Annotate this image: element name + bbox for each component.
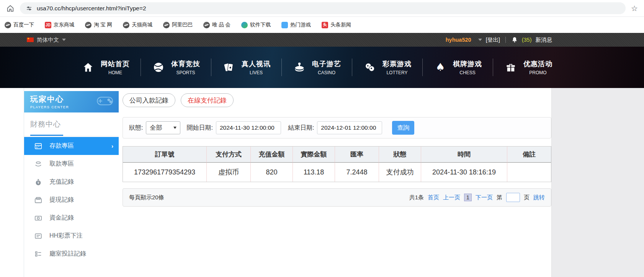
start-date-label: 開始日期: xyxy=(186,124,212,132)
jd-icon: JD xyxy=(45,22,51,28)
language-selector[interactable]: 简体中文 xyxy=(37,36,59,44)
records-table: 訂單號 支付方式 充值金額 實際金額 匯率 狀態 時間 備註 173296177… xyxy=(123,146,551,182)
bookmark-alibaba[interactable]: 阿里巴巴 xyxy=(163,21,193,28)
table-header-row: 訂單號 支付方式 充值金額 實際金額 匯率 狀態 時間 備註 xyxy=(123,147,551,163)
tab-company-deposit-record[interactable]: 公司入款記錄 xyxy=(123,93,175,107)
gamepad-icon xyxy=(95,94,115,108)
svg-text:¥: ¥ xyxy=(37,181,39,185)
spade-icon: ♠ xyxy=(433,60,447,74)
left-gutter xyxy=(0,88,24,277)
section-underline xyxy=(30,135,63,136)
site-info-icon[interactable] xyxy=(26,5,32,11)
nav-home[interactable]: 网站首页 HOME xyxy=(70,59,141,75)
sidebar-item-hh-lottery-bets[interactable]: HH彩票下注 xyxy=(24,227,119,245)
actual-amount: 113.18 xyxy=(293,163,335,182)
lottery-balls-icon xyxy=(363,60,377,74)
china-flag-icon xyxy=(27,37,34,42)
list-squares-icon xyxy=(34,250,42,258)
wallet-icon xyxy=(34,196,42,204)
table-row: 1732961779354293 虚拟币 820 113.18 7.2448 支… xyxy=(123,163,551,182)
globe-icon xyxy=(85,22,92,28)
time: 2024-11-30 18:16:19 xyxy=(421,163,507,182)
nav-sports[interactable]: 体育竞技 SPORTS xyxy=(141,59,211,75)
globe-icon xyxy=(123,22,129,28)
money-bag-icon: ¥ xyxy=(34,178,42,186)
caret-down-icon[interactable] xyxy=(478,39,482,41)
tab-online-payment-record[interactable]: 在線支付記錄 xyxy=(181,93,234,107)
next-page-link[interactable]: 下一页 xyxy=(476,194,493,201)
messages-link[interactable]: 新消息 xyxy=(536,36,552,44)
bookmark-software[interactable]: 软件下载 xyxy=(241,21,271,28)
bookmark-baidu[interactable]: 百度一下 xyxy=(5,21,34,28)
bell-icon[interactable] xyxy=(511,36,518,43)
exchange-rate: 7.2448 xyxy=(335,163,379,182)
home-icon[interactable] xyxy=(6,4,15,13)
order-number: 1732961779354293 xyxy=(123,163,207,182)
withdraw-icon xyxy=(34,160,42,168)
bookmarks-bar: 百度一下 JD 京东商城 淘 宝 网 天猫商城 阿里巴巴 唯 品 会 软件下载 … xyxy=(0,17,644,33)
browser-chrome: usa70.cc/hhcp/usercenter.html?iniType=2 … xyxy=(0,0,644,17)
bookmark-vip[interactable]: 唯 品 会 xyxy=(203,21,230,28)
sidebar-item-withdraw[interactable]: 取款專區 xyxy=(24,155,119,173)
page-size-label: 每頁顯示20條 xyxy=(129,194,164,201)
end-date-input[interactable] xyxy=(317,121,382,134)
page-suffix: 页 xyxy=(524,194,530,201)
bookmark-jd[interactable]: JD 京东商城 xyxy=(45,21,74,28)
toutiao-icon: 头 xyxy=(322,22,328,28)
content-area: 玩家中心 PLAYERS CENTER 財務中心 存款專區 xyxy=(0,88,644,277)
search-button[interactable]: 查詢 xyxy=(392,121,414,135)
main-panel: 公司入款記錄 在線支付記錄 狀態: 全部 開始日期: 結束日期: 查詢 訂單號 … xyxy=(119,88,551,277)
nav-promo[interactable]: 优惠活动 PROMO xyxy=(493,59,563,75)
nav-lottery[interactable]: 彩票游戏 LOTTERY xyxy=(352,59,422,75)
bookmark-star-icon[interactable]: ☆ xyxy=(631,4,638,13)
filter-bar: 狀態: 全部 開始日期: 結束日期: 查詢 xyxy=(123,117,551,138)
message-count: (35) xyxy=(522,37,532,43)
status-label: 狀態: xyxy=(129,124,143,132)
jump-link[interactable]: 跳转 xyxy=(533,194,545,201)
status: 支付成功 xyxy=(379,163,421,182)
current-page[interactable]: 1 xyxy=(464,194,472,201)
globe-icon xyxy=(163,22,170,28)
sidebar-item-funds-record[interactable]: 資金記錄 xyxy=(24,209,119,227)
players-center-header: 玩家中心 PLAYERS CENTER xyxy=(24,91,119,112)
globe-icon xyxy=(203,22,210,28)
gift-icon xyxy=(504,60,518,74)
total-count: 共1条 xyxy=(409,194,424,201)
nav-chess[interactable]: ♠ 棋牌游戏 CHESS xyxy=(423,59,493,75)
sidebar: 玩家中心 PLAYERS CENTER 財務中心 存款專區 xyxy=(24,88,119,277)
section-title: 財務中心 xyxy=(30,119,113,129)
username[interactable]: hyhua520 xyxy=(446,37,471,43)
home-icon xyxy=(81,60,95,74)
record-tabs: 公司入款記錄 在線支付記錄 xyxy=(123,93,551,107)
caret-down-icon[interactable] xyxy=(62,39,66,41)
first-page-link[interactable]: 首页 xyxy=(428,194,439,201)
status-select[interactable]: 全部 xyxy=(146,121,180,134)
nav-casino[interactable]: 电子游艺 CASINO xyxy=(282,59,352,75)
pagination-bar: 每頁顯示20條 共1条 首页 上一页 1 下一页 第 页 跳转 xyxy=(123,188,551,207)
chevron-down-icon xyxy=(173,127,177,129)
deposit-icon xyxy=(34,142,42,150)
logout-link[interactable]: [登出] xyxy=(486,36,500,44)
sidebar-item-recharge-record[interactable]: ¥ 充值記錄 xyxy=(24,173,119,191)
divider xyxy=(505,37,506,43)
address-bar[interactable]: usa70.cc/hhcp/usercenter.html?iniType=2 xyxy=(20,2,626,14)
page-jump-input[interactable] xyxy=(506,193,520,202)
url-text: usa70.cc/hhcp/usercenter.html?iniType=2 xyxy=(37,5,146,12)
sidebar-item-deposit[interactable]: 存款專區 › xyxy=(24,137,119,155)
bookmark-tmall[interactable]: 天猫商城 xyxy=(123,21,152,28)
nav-lives[interactable]: 真人视讯 LIVES xyxy=(211,59,281,75)
remark xyxy=(507,163,551,182)
bookmark-toutiao[interactable]: 头 头条新闻 xyxy=(322,21,351,28)
recharge-amount: 820 xyxy=(251,163,293,182)
start-date-input[interactable] xyxy=(216,121,281,134)
bookmark-games[interactable]: 热门游戏 xyxy=(281,21,311,28)
download-icon xyxy=(241,22,248,28)
prev-page-link[interactable]: 上一页 xyxy=(443,194,460,201)
main-navigation: 网站首页 HOME 体育竞技 SPORTS 真人视讯 LIVES 电子 xyxy=(0,47,644,88)
sidebar-item-withdrawal-record[interactable]: 提現記錄 xyxy=(24,191,119,209)
globe-icon xyxy=(5,22,11,28)
roulette-icon xyxy=(293,60,306,74)
bookmark-taobao[interactable]: 淘 宝 网 xyxy=(85,21,112,28)
chevron-right-icon: › xyxy=(111,143,113,149)
sidebar-item-hall-bet-record[interactable]: 廳室投註記錄 xyxy=(24,245,119,263)
